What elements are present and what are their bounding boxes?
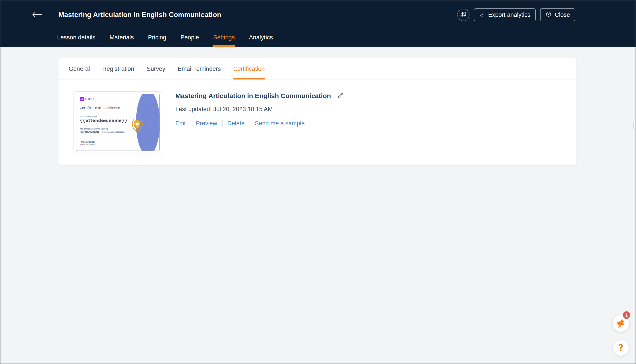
help-button[interactable]: ? (613, 340, 629, 356)
settings-tabs: General Registration Survey Email remind… (58, 58, 576, 80)
close-button[interactable]: Close (540, 8, 575, 21)
notification-badge: 1 (623, 311, 630, 319)
tab-lesson-details[interactable]: Lesson details (57, 34, 96, 47)
tab-general[interactable]: General (68, 66, 90, 79)
zylker-logo-text: YLKER (84, 98, 95, 101)
tab-email-reminders[interactable]: Email reminders (177, 66, 221, 79)
certificate-certify-line: This is to certify that (80, 115, 98, 118)
back-arrow-icon (32, 11, 42, 18)
trainer-name-placeholder: {{trainer.name}} (80, 141, 95, 143)
tab-analytics[interactable]: Analytics (249, 34, 273, 47)
participation-line: has participated in the training (80, 128, 108, 130)
certificate-actions: Edit Preview Delete Send me a sample (176, 120, 344, 127)
preview-link[interactable]: Preview (196, 120, 217, 127)
attendee-name-placeholder: {{attendee.name}} (80, 118, 128, 123)
trainer-designation-placeholder: {{trainer.designation}} (80, 144, 96, 146)
zylker-logo-mark: Z (80, 97, 84, 101)
close-label: Close (555, 12, 570, 18)
tab-people[interactable]: People (180, 34, 199, 47)
product-name-placeholder: {{product.name}} {{product.completeddate… (80, 130, 125, 133)
tab-materials[interactable]: Materials (110, 34, 134, 47)
tab-survey[interactable]: Survey (146, 66, 166, 79)
tab-settings[interactable]: Settings (213, 34, 235, 47)
zylker-logo: Z YLKER (80, 97, 95, 101)
tab-pricing[interactable]: Pricing (148, 34, 166, 47)
tab-certification[interactable]: Certification (233, 66, 265, 79)
duplicate-button[interactable] (457, 9, 470, 21)
close-circle-icon (546, 11, 552, 19)
send-sample-link[interactable]: Send me a sample (255, 120, 305, 127)
action-divider (191, 120, 191, 127)
download-icon (479, 11, 485, 18)
certificate-award-badge (130, 117, 144, 132)
header-top-row: Mastering Articulation in English Commun… (0, 0, 636, 29)
edit-name-button[interactable] (336, 92, 344, 100)
settings-card: General Registration Survey Email remind… (58, 58, 576, 165)
last-updated-text: Last updated: Jul 20, 2023 10:15 AM (176, 106, 344, 113)
export-analytics-label: Export analytics (488, 12, 530, 18)
title-divider (50, 11, 50, 18)
megaphone-icon (616, 318, 626, 329)
edit-link[interactable]: Edit (176, 120, 186, 127)
certificate-info: Mastering Articulation in English Commun… (176, 92, 344, 153)
back-button[interactable] (32, 10, 42, 19)
export-analytics-button[interactable]: Export analytics (474, 8, 536, 21)
vertical-scrollbar-thumb[interactable] (634, 122, 635, 129)
certification-panel: Z YLKER Certificate of Excellence This i… (58, 80, 576, 153)
certificate-heading: Certificate of Excellence (80, 106, 120, 110)
header-actions: Export analytics Close (457, 8, 575, 21)
copy-plus-icon (460, 11, 466, 18)
action-divider (250, 120, 250, 127)
certificate-preview: Z YLKER Certificate of Excellence This i… (76, 94, 160, 151)
tab-registration[interactable]: Registration (102, 66, 135, 79)
pencil-icon (336, 92, 344, 100)
action-divider (222, 120, 222, 127)
certificate-name: Mastering Articulation in English Commun… (176, 92, 331, 100)
completed-date-placeholder: {{product.completeddate}} (102, 131, 125, 133)
certificate-thumbnail[interactable]: Z YLKER Certificate of Excellence This i… (74, 92, 162, 153)
app-window: Mastering Articulation in English Commun… (0, 0, 636, 364)
header-tabs: Lesson details Materials Pricing People … (57, 34, 273, 47)
page-title: Mastering Articulation in English Commun… (58, 11, 221, 19)
delete-link[interactable]: Delete (228, 120, 245, 127)
header: Mastering Articulation in English Commun… (0, 0, 636, 47)
